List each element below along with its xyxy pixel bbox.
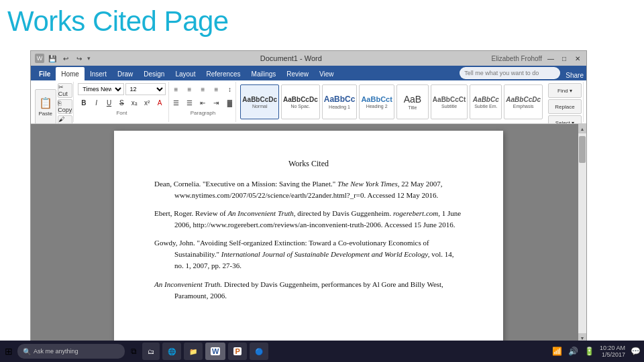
taskbar-edge[interactable]: 🌐 — [162, 343, 181, 360]
taskbar-powerpoint[interactable]: P — [228, 343, 246, 360]
search-icon: 🔍 — [23, 348, 31, 355]
taskbar-right: 📶 🔊 🔋 10:20 AM 1/5/2017 💬 — [551, 345, 641, 358]
para-row1: ≡ ≡ ≡ ≡ ↕ — [170, 83, 235, 95]
style-gallery: AaBbCcDc Normal AaBbCcDc No Spac. AaBbCc… — [239, 83, 544, 121]
tab-home[interactable]: Home — [56, 67, 85, 80]
style-subtle-em[interactable]: AaBbCc Subtle Em. — [470, 84, 502, 119]
bold-button[interactable]: B — [78, 97, 89, 109]
citation-3: Gowdy, John. "Avoiding Self-organized Ex… — [154, 237, 463, 272]
select-button[interactable]: Select ▾ — [548, 115, 582, 124]
system-clock[interactable]: 10:20 AM 1/5/2017 — [600, 345, 625, 358]
taskbar: ⊞ 🔍 Ask me anything ⧉ 🗂 🌐 📁 W P 🔵 📶 🔊 🔋 … — [0, 341, 644, 362]
justify-button[interactable]: ≡ — [210, 83, 222, 95]
tab-review[interactable]: Review — [281, 67, 314, 80]
word-icon: W — [35, 54, 44, 63]
battery-icon[interactable]: 🔋 — [584, 345, 596, 357]
tab-references[interactable]: References — [201, 67, 246, 80]
font-size-select[interactable]: 12 — [125, 83, 166, 95]
superscript-button[interactable]: x² — [142, 97, 153, 109]
style-heading2[interactable]: AaBbCct Heading 2 — [359, 84, 394, 119]
clock-time: 10:20 AM — [600, 345, 625, 351]
italic-button[interactable]: I — [91, 97, 102, 109]
ribbon-toolbar: 📋 Paste ✂ Cut ⎘ Copy 🖌 Fmt Clipboard Tim… — [31, 80, 586, 124]
quick-redo[interactable]: ↪ — [74, 53, 85, 64]
taskbar-word[interactable]: W — [205, 343, 225, 360]
minimize-button[interactable]: — — [546, 54, 555, 63]
indent-increase-button[interactable]: ⇥ — [210, 97, 222, 109]
document-page[interactable]: Works Cited Dean, Cornelia. "Executive o… — [114, 131, 503, 343]
title-bar: W 💾 ↩ ↪ ▾ Document1 - Word Elizabeth Fro… — [31, 51, 586, 66]
start-button[interactable]: ⊞ — [3, 345, 15, 357]
font-group-label: Font — [116, 110, 127, 116]
align-right-button[interactable]: ≡ — [197, 83, 209, 95]
citation-1: Dean, Cornelia. "Executive on a Mission:… — [154, 178, 463, 201]
align-left-button[interactable]: ≡ — [170, 83, 182, 95]
tab-file[interactable]: File — [34, 67, 56, 80]
notification-button[interactable]: 💬 — [629, 345, 641, 357]
title-bar-document-name: Document1 - Word — [260, 54, 322, 62]
format-painter-button[interactable]: 🖌 Fmt — [58, 115, 72, 124]
title-bar-left: W 💾 ↩ ↪ ▾ — [35, 53, 91, 64]
scrollbar: ▲ ▼ — [578, 124, 586, 343]
cut-button[interactable]: ✂ Cut — [58, 83, 72, 98]
volume-icon[interactable]: 🔊 — [568, 345, 580, 357]
taskbar-folder[interactable]: 📁 — [184, 343, 203, 360]
font-name-select[interactable]: Times New R. — [78, 83, 123, 95]
replace-button[interactable]: Replace — [548, 99, 582, 114]
taskbar-explorer[interactable]: 🗂 — [142, 343, 160, 360]
tab-design[interactable]: Design — [138, 67, 170, 80]
scroll-up-button[interactable]: ▲ — [578, 124, 586, 133]
style-title[interactable]: AaB Title — [396, 84, 429, 119]
paragraph-group: ≡ ≡ ≡ ≡ ↕ ☰ ☰ ⇤ ⇥ ▓ Paragraph — [170, 82, 237, 122]
title-bar-username: Elizabeth Frohoff — [492, 55, 542, 62]
editing-controls: Find ▾ Replace Select ▾ — [548, 83, 582, 124]
quick-undo[interactable]: ↩ — [60, 53, 71, 64]
bullets-button[interactable]: ☰ — [170, 97, 182, 109]
taskbar-chrome[interactable]: 🔵 — [250, 343, 268, 360]
tab-draw[interactable]: Draw — [112, 67, 138, 80]
tell-me-input[interactable] — [460, 67, 560, 79]
ribbon-tabs: File Home Insert Draw Design Layout Refe… — [31, 66, 586, 80]
copy-button[interactable]: ⎘ Copy — [58, 99, 72, 114]
close-button[interactable]: ✕ — [573, 54, 582, 63]
font-controls: Times New R. 12 B I U S x₂ x² A — [78, 83, 165, 109]
style-emphasis[interactable]: AaBbCcDc Emphasis — [504, 84, 543, 119]
search-placeholder: Ask me anything — [34, 348, 78, 355]
font-row1: Times New R. 12 — [78, 83, 165, 95]
font-color-button[interactable]: A — [154, 97, 166, 109]
tab-layout[interactable]: Layout — [170, 67, 201, 80]
share-button[interactable]: Share — [566, 72, 584, 79]
style-heading1[interactable]: AaBbCc Heading 1 — [322, 84, 358, 119]
font-row2: B I U S x₂ x² A — [78, 97, 165, 109]
quick-save[interactable]: 💾 — [47, 53, 58, 64]
line-spacing-button[interactable]: ↕ — [223, 83, 235, 95]
maximize-button[interactable]: □ — [559, 54, 569, 63]
quick-access-more[interactable]: ▾ — [87, 55, 91, 62]
tab-view[interactable]: View — [314, 67, 339, 80]
citation-4: An Inconvenient Truth. Directed by Davis… — [154, 279, 463, 302]
network-icon[interactable]: 📶 — [551, 345, 564, 357]
tab-insert[interactable]: Insert — [85, 67, 112, 80]
style-normal[interactable]: AaBbCcDc Normal — [240, 84, 279, 119]
style-subtitle[interactable]: AaBbCcCt Subtitle — [431, 84, 468, 119]
style-no-space[interactable]: AaBbCcDc No Spac. — [281, 84, 320, 119]
tab-mailings[interactable]: Mailings — [246, 67, 282, 80]
strikethrough-button[interactable]: S — [116, 97, 127, 109]
align-center-button[interactable]: ≡ — [183, 83, 195, 95]
font-group: Times New R. 12 B I U S x₂ x² A Font — [75, 82, 168, 122]
paragraph-controls: ≡ ≡ ≡ ≡ ↕ ☰ ☰ ⇤ ⇥ ▓ — [170, 83, 235, 109]
search-bar[interactable]: 🔍 Ask me anything — [17, 344, 125, 359]
document-title: Works Cited — [154, 158, 463, 170]
shading-button[interactable]: ▓ — [223, 97, 235, 109]
paragraph-label: Paragraph — [191, 110, 215, 116]
indent-decrease-button[interactable]: ⇤ — [197, 97, 209, 109]
clipboard-actions: ✂ Cut ⎘ Copy 🖌 Fmt — [58, 83, 72, 124]
subscript-button[interactable]: x₂ — [129, 97, 140, 109]
scroll-thumb[interactable] — [579, 136, 586, 163]
paste-button[interactable]: 📋 Paste — [35, 89, 56, 124]
document-area: Works Cited Dean, Cornelia. "Executive o… — [31, 124, 586, 343]
numbering-button[interactable]: ☰ — [183, 97, 195, 109]
find-button[interactable]: Find ▾ — [548, 83, 582, 98]
underline-button[interactable]: U — [103, 97, 115, 109]
task-view-button[interactable]: ⧉ — [127, 345, 140, 357]
